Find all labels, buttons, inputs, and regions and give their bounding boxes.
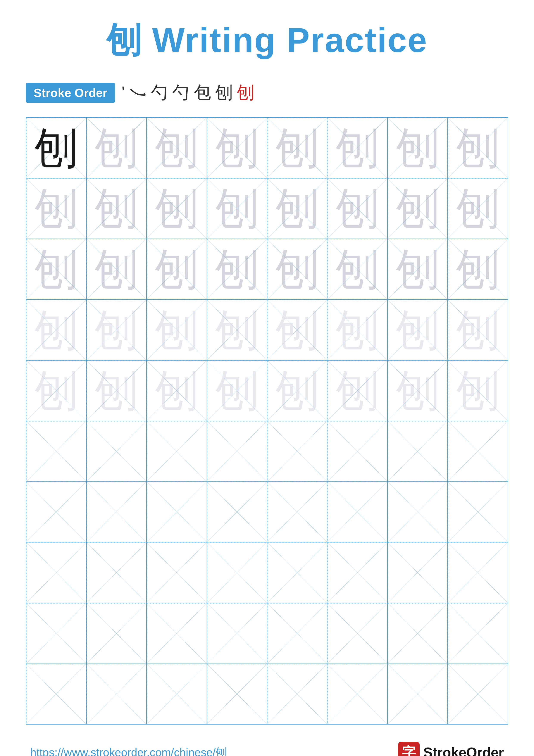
grid-cell-5-3[interactable]: 刨 — [147, 361, 207, 421]
grid-cell-5-5[interactable]: 刨 — [267, 361, 328, 421]
grid-cell-2-4[interactable]: 刨 — [207, 178, 267, 239]
grid-cell-4-6[interactable]: 刨 — [327, 300, 388, 360]
grid-cell-9-1[interactable] — [26, 603, 87, 663]
grid-cell-1-1[interactable]: 刨 — [26, 118, 87, 178]
grid-cell-8-3[interactable] — [147, 542, 207, 603]
grid-cell-10-7[interactable] — [388, 664, 448, 724]
grid-cell-4-4[interactable]: 刨 — [207, 300, 267, 360]
grid-cell-2-3[interactable]: 刨 — [147, 178, 207, 239]
grid-cell-10-6[interactable] — [327, 664, 388, 724]
grid-cell-6-5[interactable] — [267, 421, 328, 481]
grid-cell-1-3[interactable]: 刨 — [147, 118, 207, 178]
char-guide: 刨 — [35, 369, 78, 412]
char-guide: 刨 — [275, 126, 318, 169]
grid-cell-1-7[interactable]: 刨 — [388, 118, 448, 178]
grid-cell-3-2[interactable]: 刨 — [87, 239, 147, 299]
grid-cell-3-6[interactable]: 刨 — [327, 239, 388, 299]
grid-cell-3-5[interactable]: 刨 — [267, 239, 328, 299]
grid-cell-6-1[interactable] — [26, 421, 87, 481]
char-guide: 刨 — [216, 309, 259, 351]
char-guide: 刨 — [35, 309, 78, 351]
grid-cell-1-2[interactable]: 刨 — [87, 118, 147, 178]
char-guide: 刨 — [336, 369, 379, 412]
stroke-3: 勺 — [151, 81, 168, 104]
char-guide: 刨 — [155, 248, 198, 291]
char-guide: 刨 — [336, 248, 379, 291]
grid-cell-10-5[interactable] — [267, 664, 328, 724]
char-guide: 刨 — [216, 126, 259, 169]
grid-cell-5-2[interactable]: 刨 — [87, 361, 147, 421]
grid-cell-2-8[interactable]: 刨 — [448, 178, 508, 239]
grid-cell-10-4[interactable] — [207, 664, 267, 724]
grid-cell-6-6[interactable] — [327, 421, 388, 481]
grid-cell-2-1[interactable]: 刨 — [26, 178, 87, 239]
grid-cell-4-5[interactable]: 刨 — [267, 300, 328, 360]
grid-cell-7-1[interactable] — [26, 482, 87, 542]
grid-cell-3-4[interactable]: 刨 — [207, 239, 267, 299]
grid-row-3: 刨 刨 刨 刨 刨 刨 刨 刨 — [26, 239, 508, 300]
grid-cell-5-1[interactable]: 刨 — [26, 361, 87, 421]
grid-cell-8-6[interactable] — [327, 542, 388, 603]
grid-cell-3-1[interactable]: 刨 — [26, 239, 87, 299]
grid-cell-2-2[interactable]: 刨 — [87, 178, 147, 239]
grid-row-7 — [26, 482, 508, 543]
grid-cell-9-5[interactable] — [267, 603, 328, 663]
grid-cell-6-3[interactable] — [147, 421, 207, 481]
char-guide: 刨 — [95, 126, 138, 169]
grid-cell-5-7[interactable]: 刨 — [388, 361, 448, 421]
grid-cell-9-2[interactable] — [87, 603, 147, 663]
grid-cell-5-8[interactable]: 刨 — [448, 361, 508, 421]
grid-row-4: 刨 刨 刨 刨 刨 刨 刨 刨 — [26, 300, 508, 361]
grid-cell-9-7[interactable] — [388, 603, 448, 663]
grid-cell-4-8[interactable]: 刨 — [448, 300, 508, 360]
grid-cell-9-3[interactable] — [147, 603, 207, 663]
grid-cell-10-2[interactable] — [87, 664, 147, 724]
grid-cell-4-3[interactable]: 刨 — [147, 300, 207, 360]
grid-cell-1-4[interactable]: 刨 — [207, 118, 267, 178]
grid-cell-8-4[interactable] — [207, 542, 267, 603]
grid-cell-1-5[interactable]: 刨 — [267, 118, 328, 178]
grid-cell-7-7[interactable] — [388, 482, 448, 542]
grid-cell-10-1[interactable] — [26, 664, 87, 724]
grid-cell-6-4[interactable] — [207, 421, 267, 481]
grid-cell-3-3[interactable]: 刨 — [147, 239, 207, 299]
grid-cell-7-5[interactable] — [267, 482, 328, 542]
grid-cell-9-8[interactable] — [448, 603, 508, 663]
grid-cell-7-6[interactable] — [327, 482, 388, 542]
grid-cell-6-7[interactable] — [388, 421, 448, 481]
grid-cell-3-7[interactable]: 刨 — [388, 239, 448, 299]
grid-cell-10-3[interactable] — [147, 664, 207, 724]
grid-cell-4-1[interactable]: 刨 — [26, 300, 87, 360]
grid-cell-9-6[interactable] — [327, 603, 388, 663]
grid-cell-8-5[interactable] — [267, 542, 328, 603]
grid-cell-5-6[interactable]: 刨 — [327, 361, 388, 421]
grid-cell-8-7[interactable] — [388, 542, 448, 603]
footer-url[interactable]: https://www.strokeorder.com/chinese/刨 — [30, 745, 227, 756]
char-guide: 刨 — [216, 248, 259, 291]
grid-cell-10-8[interactable] — [448, 664, 508, 724]
char-guide: 刨 — [396, 187, 439, 230]
grid-cell-8-1[interactable] — [26, 542, 87, 603]
grid-cell-7-3[interactable] — [147, 482, 207, 542]
grid-cell-7-2[interactable] — [87, 482, 147, 542]
grid-cell-8-8[interactable] — [448, 542, 508, 603]
grid-cell-5-4[interactable]: 刨 — [207, 361, 267, 421]
grid-cell-7-8[interactable] — [448, 482, 508, 542]
grid-cell-7-4[interactable] — [207, 482, 267, 542]
page-title: 刨 Writing Practice — [106, 17, 428, 64]
stroke-4: 勺 — [172, 81, 190, 104]
grid-cell-6-8[interactable] — [448, 421, 508, 481]
grid-cell-2-5[interactable]: 刨 — [267, 178, 328, 239]
grid-cell-9-4[interactable] — [207, 603, 267, 663]
grid-cell-2-7[interactable]: 刨 — [388, 178, 448, 239]
char-guide: 刨 — [35, 187, 78, 230]
grid-cell-8-2[interactable] — [87, 542, 147, 603]
grid-cell-1-8[interactable]: 刨 — [448, 118, 508, 178]
grid-cell-2-6[interactable]: 刨 — [327, 178, 388, 239]
grid-cell-3-8[interactable]: 刨 — [448, 239, 508, 299]
grid-cell-1-6[interactable]: 刨 — [327, 118, 388, 178]
grid-cell-4-7[interactable]: 刨 — [388, 300, 448, 360]
grid-cell-6-2[interactable] — [87, 421, 147, 481]
stroke-order-row: Stroke Order ' ㇃ 勺 勺 包 刨 刨 — [26, 81, 508, 104]
grid-cell-4-2[interactable]: 刨 — [87, 300, 147, 360]
